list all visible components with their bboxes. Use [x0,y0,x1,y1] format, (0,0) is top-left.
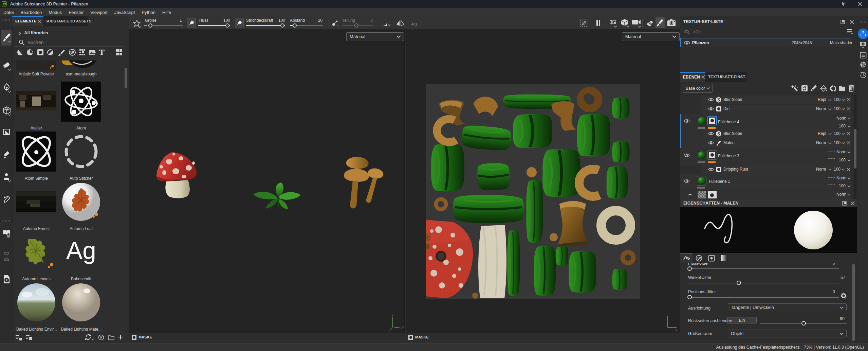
svg-text:V: V [667,315,668,317]
svg-text:1: 1 [696,30,698,34]
svg-text:X: X [402,326,404,328]
svg-text:Y: Y [392,314,393,316]
svg-text:U: U [676,329,677,331]
